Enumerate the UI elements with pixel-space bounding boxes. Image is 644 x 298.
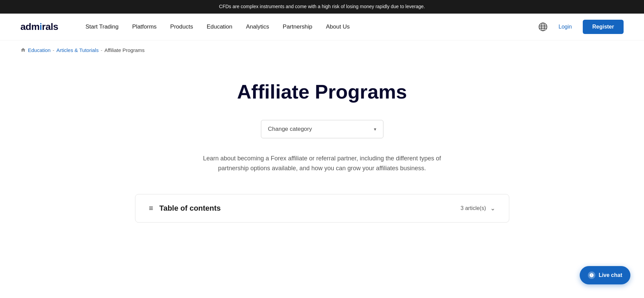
live-chat-label: Live chat xyxy=(599,272,622,278)
breadcrumb-education[interactable]: Education xyxy=(28,47,51,53)
live-chat-icon xyxy=(588,271,595,279)
category-dropdown[interactable]: Change category ▾ xyxy=(261,120,383,138)
banner-text: CFDs are complex instruments and come wi… xyxy=(219,4,425,9)
toc-count: 3 article(s) xyxy=(461,205,486,211)
toc-container: ≡ Table of contents 3 article(s) ⌄ xyxy=(135,194,509,223)
breadcrumb-articles[interactable]: Articles & Tutorials xyxy=(56,47,99,53)
live-chat-button[interactable]: Live chat xyxy=(580,266,630,284)
nav-education[interactable]: Education xyxy=(207,23,232,30)
nav-start-trading[interactable]: Start Trading xyxy=(85,23,118,30)
navbar: admirals Start Trading Platforms Product… xyxy=(0,14,644,40)
nav-right: Login Register xyxy=(538,20,624,34)
breadcrumb-sep2: - xyxy=(101,47,102,53)
breadcrumb-current: Affiliate Programs xyxy=(104,47,145,53)
login-button[interactable]: Login xyxy=(555,21,576,33)
home-icon[interactable] xyxy=(20,47,26,53)
toc-right: 3 article(s) ⌄ xyxy=(461,205,495,212)
register-button[interactable]: Register xyxy=(583,20,624,34)
globe-icon[interactable] xyxy=(538,22,548,32)
breadcrumb: Education - Articles & Tutorials - Affil… xyxy=(0,40,644,60)
main-content: Affiliate Programs Change category ▾ Lea… xyxy=(0,60,644,236)
dropdown-label: Change category xyxy=(268,126,312,133)
toc-menu-icon: ≡ xyxy=(149,204,153,213)
nav-platforms[interactable]: Platforms xyxy=(132,23,157,30)
toc-chevron-icon[interactable]: ⌄ xyxy=(490,205,495,212)
breadcrumb-sep1: - xyxy=(53,47,54,53)
description-text: Learn about becoming a Forex affiliate o… xyxy=(195,154,450,174)
dropdown-arrow-icon: ▾ xyxy=(374,126,376,132)
top-banner: CFDs are complex instruments and come wi… xyxy=(0,0,644,14)
toc-title: Table of contents xyxy=(159,204,221,213)
page-title: Affiliate Programs xyxy=(237,80,407,103)
nav-links: Start Trading Platforms Products Educati… xyxy=(85,23,538,30)
nav-products[interactable]: Products xyxy=(170,23,193,30)
logo[interactable]: admirals xyxy=(20,21,58,32)
toc-left: ≡ Table of contents xyxy=(149,204,221,213)
nav-partnership[interactable]: Partnership xyxy=(283,23,312,30)
nav-about-us[interactable]: About Us xyxy=(326,23,350,30)
nav-analytics[interactable]: Analytics xyxy=(246,23,269,30)
